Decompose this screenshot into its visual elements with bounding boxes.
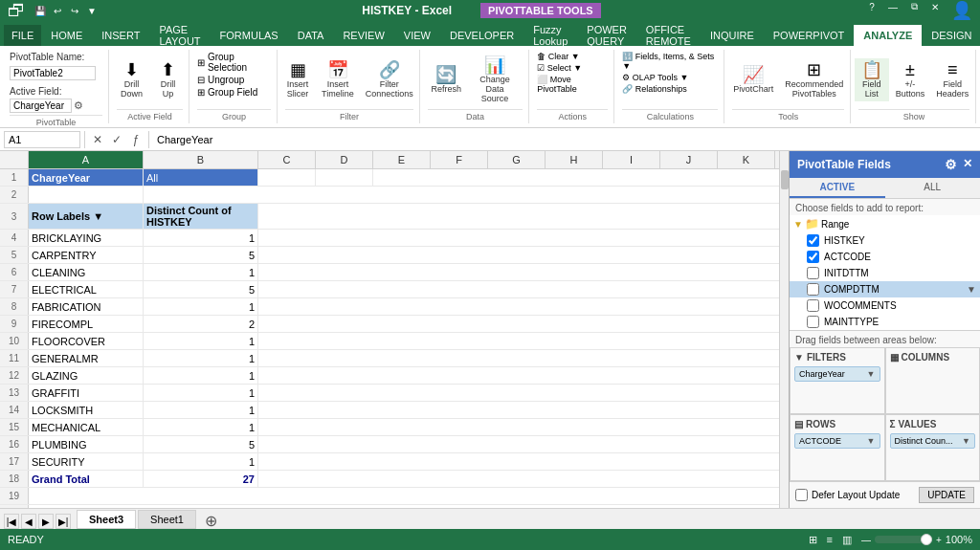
actcode-checkbox[interactable] bbox=[807, 251, 819, 263]
cell-a13[interactable]: GRAFFITI bbox=[29, 385, 144, 401]
cell-a15[interactable]: MECHANICAL bbox=[29, 419, 144, 435]
mainttype-checkbox[interactable] bbox=[807, 316, 819, 328]
compdttm-dropdown-icon[interactable]: ▼ bbox=[967, 284, 976, 295]
field-list-button[interactable]: 📋 FieldList bbox=[855, 58, 889, 101]
cell-a17[interactable]: SECURITY bbox=[29, 453, 144, 470]
field-headers-button[interactable]: ≡ FieldHeaders bbox=[931, 58, 973, 101]
pivot-tab-all[interactable]: ALL bbox=[885, 178, 981, 198]
select-button[interactable]: ☑ Select ▼ bbox=[537, 63, 582, 73]
col-header-e[interactable]: E bbox=[373, 151, 431, 168]
col-header-j[interactable]: J bbox=[660, 151, 718, 168]
update-button[interactable]: UPDATE bbox=[919, 487, 974, 503]
pivot-close-button[interactable]: ✕ bbox=[963, 157, 972, 172]
cell-b10[interactable]: 1 bbox=[144, 333, 258, 349]
fields-items-sets-button[interactable]: 🔢 Fields, Items, & Sets ▼ bbox=[622, 52, 718, 71]
histkey-checkbox[interactable] bbox=[807, 234, 819, 247]
grid-scrollbar-v[interactable] bbox=[779, 151, 789, 508]
cell-d1[interactable] bbox=[316, 169, 373, 186]
col-header-d[interactable]: D bbox=[316, 151, 373, 168]
cell-a4[interactable]: BRICKLAYING bbox=[29, 230, 144, 246]
sheet-nav-next[interactable]: ▶ bbox=[38, 514, 54, 529]
relationships-button[interactable]: 🔗 Relationships bbox=[622, 84, 687, 94]
formula-bar-input[interactable] bbox=[153, 132, 976, 147]
sheet-nav-prev[interactable]: ◀ bbox=[21, 514, 36, 529]
help-icon[interactable]: ? bbox=[863, 0, 880, 13]
close-icon[interactable]: ✕ bbox=[926, 0, 944, 13]
initdttm-checkbox[interactable] bbox=[807, 267, 819, 279]
tab-design[interactable]: DESIGN bbox=[922, 25, 980, 46]
cell-a16[interactable]: PLUMBING bbox=[29, 436, 144, 452]
pivot-settings-button[interactable]: ⚙ bbox=[945, 157, 957, 172]
row-chip-actcode[interactable]: ACTCODE ▼ bbox=[794, 433, 880, 449]
cell-a18[interactable]: Grand Total bbox=[29, 471, 144, 487]
cell-b17[interactable]: 1 bbox=[144, 453, 258, 470]
new-sheet-button[interactable]: ⊕ bbox=[202, 512, 221, 529]
tab-inquire[interactable]: INQUIRE bbox=[701, 25, 764, 46]
tab-office-remote[interactable]: OFFICE REMOTE bbox=[636, 25, 701, 46]
active-field-input[interactable] bbox=[10, 99, 72, 113]
ungroup-button[interactable]: ⊟ Ungroup bbox=[197, 75, 244, 85]
tab-developer[interactable]: DEVELOPER bbox=[440, 25, 523, 46]
tab-file[interactable]: FILE bbox=[4, 25, 41, 46]
pivot-field-actcode[interactable]: ACTCODE bbox=[790, 249, 980, 265]
undo-icon[interactable]: ↩ bbox=[50, 3, 65, 18]
chip-distinct-dropdown[interactable]: ▼ bbox=[962, 436, 970, 446]
cell-a6[interactable]: CLEANING bbox=[29, 264, 144, 280]
tab-insert[interactable]: INSERT bbox=[92, 25, 149, 46]
page-layout-view-icon[interactable]: ▥ bbox=[842, 534, 852, 546]
cell-a12[interactable]: GLAZING bbox=[29, 367, 144, 384]
cell-b18[interactable]: 27 bbox=[144, 471, 258, 487]
col-header-a[interactable]: A bbox=[29, 151, 144, 168]
save-icon[interactable]: 💾 bbox=[33, 3, 48, 18]
cell-b15[interactable]: 1 bbox=[144, 419, 258, 435]
defer-checkbox[interactable] bbox=[795, 489, 808, 501]
cell-b4[interactable]: 1 bbox=[144, 230, 258, 246]
pivot-field-wocomments[interactable]: WOCOMMENTS bbox=[790, 297, 980, 314]
tab-power-query[interactable]: POWER QUERY bbox=[577, 25, 636, 46]
cell-b6[interactable]: 1 bbox=[144, 264, 258, 280]
wocomments-checkbox[interactable] bbox=[807, 299, 819, 312]
cell-a1[interactable]: ChargeYear bbox=[29, 169, 144, 186]
filter-connections-button[interactable]: 🔗 FilterConnections bbox=[361, 58, 418, 101]
recommended-pivottables-button[interactable]: ⊞ RecommendedPivotTables bbox=[780, 58, 848, 101]
scrollbar-thumb[interactable] bbox=[781, 170, 789, 189]
cell-b16[interactable]: 5 bbox=[144, 436, 258, 452]
cell-b3[interactable]: Distinct Count of HISTKEY bbox=[144, 204, 258, 229]
cell-a5[interactable]: CARPENTRY bbox=[29, 247, 144, 263]
grid-view-icon[interactable]: ⊞ bbox=[809, 534, 817, 546]
cell-a3[interactable]: Row Labels ▼ bbox=[29, 204, 144, 229]
sheet-tab-sheet1[interactable]: Sheet1 bbox=[138, 510, 196, 529]
chip-actcode-dropdown[interactable]: ▼ bbox=[867, 436, 876, 446]
value-chip-distinct[interactable]: Distinct Coun... ▼ bbox=[890, 433, 976, 449]
cell-b12[interactable]: 1 bbox=[144, 367, 258, 384]
drill-down-button[interactable]: ⬇ DrillDown bbox=[114, 58, 148, 101]
cell-a14[interactable]: LOCKSMITH bbox=[29, 402, 144, 418]
field-settings-icon[interactable]: ⚙ bbox=[74, 99, 83, 112]
tab-fuzzy-lookup[interactable]: Fuzzy Lookup bbox=[523, 25, 577, 46]
cell-a7[interactable]: ELECTRICAL bbox=[29, 281, 144, 297]
col-header-l[interactable]: L bbox=[775, 151, 779, 168]
cell-a2[interactable] bbox=[29, 187, 144, 203]
col-header-h[interactable]: H bbox=[546, 151, 603, 168]
chip-chargeyear-dropdown[interactable]: ▼ bbox=[867, 369, 876, 379]
compdttm-checkbox[interactable] bbox=[807, 283, 819, 296]
zoom-slider[interactable] bbox=[875, 536, 932, 543]
confirm-formula-icon[interactable]: ✓ bbox=[108, 131, 125, 148]
cell-a11[interactable]: GENERALMR bbox=[29, 350, 144, 366]
col-header-g[interactable]: G bbox=[488, 151, 546, 168]
group-field-button[interactable]: ⊞ Group Field bbox=[197, 87, 257, 98]
sheet-nav-first[interactable]: |◀ bbox=[4, 514, 19, 529]
drill-up-button[interactable]: ⬆ DrillUp bbox=[150, 58, 185, 101]
tab-formulas[interactable]: FORMULAS bbox=[211, 25, 288, 46]
group-selection-button[interactable]: ⊞ Group Selection bbox=[197, 52, 271, 73]
cell-b5[interactable]: 5 bbox=[144, 247, 258, 263]
zoom-in-icon[interactable]: + bbox=[936, 535, 942, 545]
move-pivottable-button[interactable]: ⬜ Move PivotTable bbox=[537, 75, 608, 94]
pivot-field-histkey[interactable]: HISTKEY bbox=[790, 232, 980, 249]
restore-icon[interactable]: ⧉ bbox=[905, 0, 923, 13]
insert-function-icon[interactable]: ƒ bbox=[127, 131, 145, 148]
col-header-c[interactable]: C bbox=[258, 151, 316, 168]
olap-tools-button[interactable]: ⚙ OLAP Tools ▼ bbox=[622, 73, 688, 82]
cell-c1[interactable] bbox=[258, 169, 316, 186]
pivottable-name-input[interactable] bbox=[10, 66, 96, 80]
